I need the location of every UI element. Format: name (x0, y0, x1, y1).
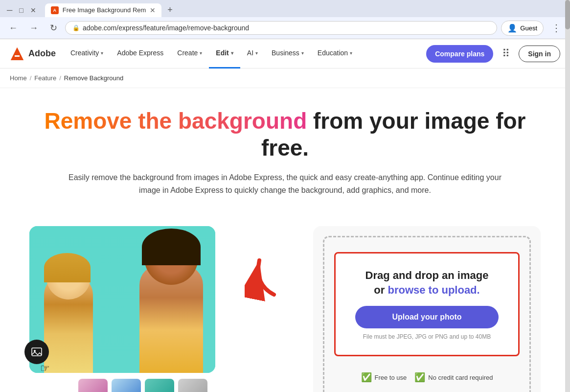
thumbnail-1[interactable] (78, 379, 108, 392)
refresh-button[interactable]: ↻ (46, 21, 61, 35)
check-circle-icon: ✅ (361, 372, 372, 383)
pointing-arrow-icon (245, 246, 284, 304)
photo-change-button[interactable] (24, 340, 49, 364)
upload-drop-zone[interactable]: Drag and drop an image or browse to uplo… (323, 236, 531, 392)
main-page: Adobe Creativity ▾ Adobe Express Create … (0, 39, 570, 392)
browser-menu-button[interactable]: ⋮ (547, 20, 565, 36)
browser-tab[interactable]: A Free Image Background Rem ✕ (45, 3, 162, 17)
guest-label: Guest (520, 24, 537, 32)
scrollbar-thumb[interactable] (565, 0, 570, 29)
svg-rect-2 (15, 55, 20, 57)
tab-title: Free Image Background Rem (63, 6, 146, 14)
nav-item-adobe-express[interactable]: Adobe Express (110, 39, 170, 69)
drag-drop-or: or (374, 284, 385, 296)
no-credit-card-label: No credit card required (428, 374, 493, 381)
upload-photo-button[interactable]: Upload your photo (355, 306, 499, 328)
new-tab-button[interactable]: + (163, 3, 177, 17)
chevron-down-icon: ▾ (231, 50, 233, 56)
thumbnail-3[interactable] (145, 379, 174, 392)
chevron-down-icon: ▾ (200, 50, 202, 56)
breadcrumb-feature[interactable]: Feature (34, 74, 56, 82)
thumbnail-4[interactable] (178, 379, 207, 392)
drag-drop-text: Drag and drop an image or browse to uplo… (355, 268, 499, 299)
nav-business-label: Business (272, 49, 299, 57)
chevron-down-icon: ▾ (255, 50, 258, 56)
nav-item-edit[interactable]: Edit ▾ (209, 39, 240, 69)
nav-express-label: Adobe Express (117, 49, 163, 57)
address-text: adobe.com/express/feature/image/remove-b… (83, 24, 490, 32)
breadcrumb-separator: / (30, 74, 32, 82)
breadcrumb-current: Remove Background (64, 74, 123, 82)
favicon-icon: A (51, 6, 59, 14)
nav-creativity-label: Creativity (70, 49, 99, 57)
nav-item-creativity[interactable]: Creativity ▾ (64, 39, 110, 69)
hero-subtitle: Easily remove the background from images… (65, 171, 505, 196)
address-bar[interactable]: 🔒 adobe.com/express/feature/image/remove… (65, 21, 497, 35)
nav-edit-label: Edit (216, 49, 228, 57)
nav-item-ai[interactable]: AI ▾ (240, 39, 265, 69)
breadcrumb-home[interactable]: Home (10, 74, 27, 82)
nav-item-create[interactable]: Create ▾ (170, 39, 209, 69)
nav-education-label: Education (318, 49, 348, 57)
upload-panel: Drag and drop an image or browse to uplo… (313, 226, 541, 392)
sign-in-button[interactable]: Sign in (519, 46, 560, 62)
chevron-down-icon: ▾ (301, 50, 304, 56)
minimize-button[interactable]: ─ (4, 5, 15, 16)
adobe-logo-icon (10, 46, 24, 61)
preview-image (29, 226, 215, 373)
file-requirements-text: File must be JPEG, JPG or PNG and up to … (355, 333, 499, 340)
chevron-down-icon: ▾ (101, 50, 103, 56)
forward-button[interactable]: → (25, 21, 42, 35)
svg-rect-3 (32, 348, 42, 356)
breadcrumb-separator: / (59, 74, 61, 82)
thumbnail-2[interactable] (112, 379, 141, 392)
no-credit-card-badge: ✅ No credit card required (414, 372, 493, 383)
adobe-logo[interactable]: Adobe (10, 46, 56, 61)
lock-icon: 🔒 (72, 24, 80, 31)
scrollbar[interactable] (565, 0, 570, 392)
chevron-down-icon: ▾ (350, 50, 352, 56)
nav-item-education[interactable]: Education ▾ (311, 39, 359, 69)
guest-button[interactable]: 👤 Guest (501, 21, 544, 36)
hero-section: Remove the background from your image fo… (0, 88, 570, 211)
free-to-use-label: Free to use (375, 374, 407, 381)
free-to-use-badge: ✅ Free to use (361, 372, 407, 383)
thumbnail-strip (29, 379, 215, 392)
svg-marker-1 (11, 47, 23, 60)
arrow-container (245, 226, 284, 304)
close-tab-icon[interactable]: ✕ (150, 6, 156, 14)
close-button[interactable]: ✕ (27, 5, 39, 16)
adobe-logo-text: Adobe (28, 48, 56, 59)
hero-title-colored: Remove the background (44, 108, 307, 134)
breadcrumb: Home / Feature / Remove Background (0, 69, 570, 88)
upload-badges: ✅ Free to use ✅ No credit card required (361, 372, 493, 383)
compare-plans-button[interactable]: Compare plans (426, 45, 493, 63)
nav-create-label: Create (177, 49, 198, 57)
nav-item-business[interactable]: Business ▾ (265, 39, 311, 69)
preview-panel: ☞ (29, 226, 215, 392)
drag-drop-main: Drag and drop an image (365, 269, 489, 281)
apps-grid-icon[interactable]: ⠿ (498, 44, 514, 64)
back-button[interactable]: ← (5, 21, 22, 35)
main-nav: Adobe Creativity ▾ Adobe Express Create … (0, 39, 570, 69)
main-content: ☞ (0, 211, 570, 392)
cursor-icon: ☞ (40, 362, 50, 375)
check-circle-icon-2: ✅ (414, 372, 425, 383)
nav-ai-label: AI (247, 49, 253, 57)
guest-avatar-icon: 👤 (507, 23, 517, 33)
image-icon (31, 346, 43, 358)
upload-inner-box: Drag and drop an image or browse to uplo… (334, 252, 520, 357)
browse-link[interactable]: browse to upload. (388, 284, 479, 296)
browser-chrome: ─ □ ✕ A Free Image Background Rem ✕ + ← … (0, 0, 570, 39)
maximize-button[interactable]: □ (16, 5, 26, 16)
hero-title: Remove the background from your image fo… (29, 108, 541, 161)
browser-toolbar: ← → ↻ 🔒 adobe.com/express/feature/image/… (0, 17, 570, 39)
